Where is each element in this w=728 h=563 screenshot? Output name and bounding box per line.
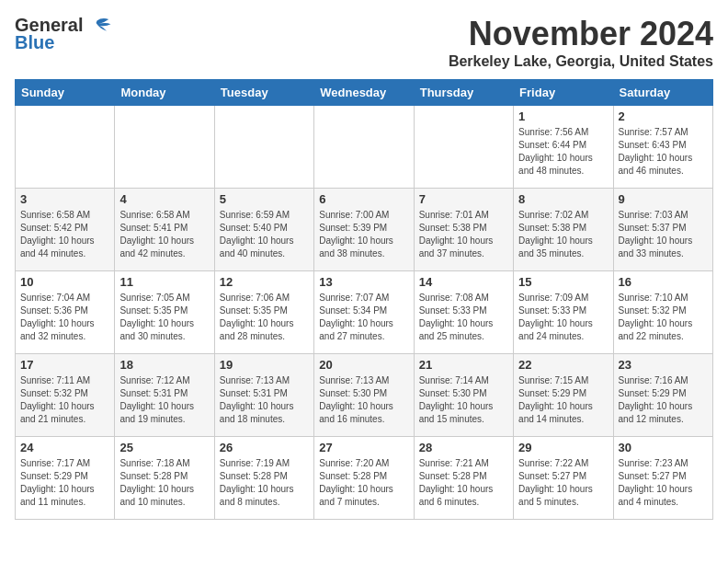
day-detail: Sunrise: 7:18 AM Sunset: 5:28 PM Dayligh… (119, 457, 209, 509)
title-area: November 2024 Berkeley Lake, Georgia, Un… (449, 15, 713, 70)
day-number: 23 (619, 358, 708, 372)
day-cell: 29Sunrise: 7:22 AM Sunset: 5:27 PM Dayli… (514, 437, 613, 520)
day-detail: Sunrise: 7:06 AM Sunset: 5:35 PM Dayligh… (220, 292, 309, 343)
day-number: 29 (518, 441, 608, 454)
day-detail: Sunrise: 6:58 AM Sunset: 5:42 PM Dayligh… (20, 209, 109, 260)
day-number: 25 (119, 441, 209, 454)
day-cell (214, 106, 313, 189)
day-number: 13 (319, 275, 408, 289)
day-detail: Sunrise: 7:13 AM Sunset: 5:31 PM Dayligh… (220, 374, 309, 426)
month-title: November 2024 (449, 15, 713, 53)
day-detail: Sunrise: 7:02 AM Sunset: 5:38 PM Dayligh… (518, 209, 608, 260)
day-cell: 19Sunrise: 7:13 AM Sunset: 5:31 PM Dayli… (214, 354, 313, 437)
week-row-1: 1Sunrise: 7:56 AM Sunset: 6:44 PM Daylig… (16, 106, 713, 189)
day-detail: Sunrise: 6:59 AM Sunset: 5:40 PM Dayligh… (220, 209, 309, 260)
day-cell: 15Sunrise: 7:09 AM Sunset: 5:33 PM Dayli… (514, 271, 613, 354)
day-detail: Sunrise: 6:58 AM Sunset: 5:41 PM Dayligh… (119, 209, 209, 260)
day-detail: Sunrise: 7:17 AM Sunset: 5:29 PM Dayligh… (20, 457, 109, 509)
day-detail: Sunrise: 7:10 AM Sunset: 5:32 PM Dayligh… (619, 292, 708, 343)
col-header-wednesday: Wednesday (314, 80, 414, 106)
day-number: 14 (419, 275, 508, 289)
day-number: 10 (20, 275, 109, 289)
day-cell: 7Sunrise: 7:01 AM Sunset: 5:38 PM Daylig… (414, 189, 513, 271)
day-cell: 21Sunrise: 7:14 AM Sunset: 5:30 PM Dayli… (414, 354, 513, 437)
header-row: SundayMondayTuesdayWednesdayThursdayFrid… (16, 80, 713, 106)
day-detail: Sunrise: 7:19 AM Sunset: 5:28 PM Dayligh… (220, 457, 309, 509)
day-number: 15 (518, 275, 608, 289)
day-cell: 30Sunrise: 7:23 AM Sunset: 5:27 PM Dayli… (613, 437, 712, 520)
day-cell: 10Sunrise: 7:04 AM Sunset: 5:36 PM Dayli… (16, 271, 115, 354)
week-row-5: 24Sunrise: 7:17 AM Sunset: 5:29 PM Dayli… (16, 437, 713, 520)
day-cell: 27Sunrise: 7:20 AM Sunset: 5:28 PM Dayli… (314, 437, 414, 520)
day-detail: Sunrise: 7:21 AM Sunset: 5:28 PM Dayligh… (419, 457, 508, 509)
day-number: 17 (20, 358, 109, 372)
day-cell: 4Sunrise: 6:58 AM Sunset: 5:41 PM Daylig… (115, 189, 214, 271)
day-cell: 12Sunrise: 7:06 AM Sunset: 5:35 PM Dayli… (214, 271, 313, 354)
day-number: 28 (419, 441, 508, 454)
day-number: 24 (20, 441, 109, 454)
day-cell: 8Sunrise: 7:02 AM Sunset: 5:38 PM Daylig… (514, 189, 613, 271)
day-number: 3 (20, 192, 109, 206)
day-number: 6 (319, 192, 408, 206)
day-detail: Sunrise: 7:13 AM Sunset: 5:30 PM Dayligh… (319, 374, 408, 426)
day-number: 27 (319, 441, 408, 454)
day-detail: Sunrise: 7:16 AM Sunset: 5:29 PM Dayligh… (619, 374, 708, 426)
day-detail: Sunrise: 7:57 AM Sunset: 6:43 PM Dayligh… (619, 126, 708, 178)
logo: General Blue (15, 15, 112, 53)
day-cell: 5Sunrise: 6:59 AM Sunset: 5:40 PM Daylig… (214, 189, 313, 271)
day-cell: 14Sunrise: 7:08 AM Sunset: 5:33 PM Dayli… (414, 271, 513, 354)
location-title: Berkeley Lake, Georgia, United States (449, 53, 713, 70)
day-detail: Sunrise: 7:04 AM Sunset: 5:36 PM Dayligh… (20, 292, 109, 343)
day-cell: 18Sunrise: 7:12 AM Sunset: 5:31 PM Dayli… (115, 354, 214, 437)
day-detail: Sunrise: 7:20 AM Sunset: 5:28 PM Dayligh… (319, 457, 408, 509)
day-number: 21 (419, 358, 508, 372)
day-cell (314, 106, 414, 189)
week-row-4: 17Sunrise: 7:11 AM Sunset: 5:32 PM Dayli… (16, 354, 713, 437)
day-cell (16, 106, 115, 189)
day-detail: Sunrise: 7:22 AM Sunset: 5:27 PM Dayligh… (518, 457, 608, 509)
day-cell: 24Sunrise: 7:17 AM Sunset: 5:29 PM Dayli… (16, 437, 115, 520)
week-row-2: 3Sunrise: 6:58 AM Sunset: 5:42 PM Daylig… (16, 189, 713, 271)
day-cell: 17Sunrise: 7:11 AM Sunset: 5:32 PM Dayli… (16, 354, 115, 437)
day-number: 8 (518, 192, 608, 206)
day-number: 11 (119, 275, 209, 289)
day-detail: Sunrise: 7:07 AM Sunset: 5:34 PM Dayligh… (319, 292, 408, 343)
day-number: 30 (619, 441, 708, 454)
day-detail: Sunrise: 7:09 AM Sunset: 5:33 PM Dayligh… (518, 292, 608, 343)
day-cell (115, 106, 214, 189)
day-number: 20 (319, 358, 408, 372)
week-row-3: 10Sunrise: 7:04 AM Sunset: 5:36 PM Dayli… (16, 271, 713, 354)
day-cell: 16Sunrise: 7:10 AM Sunset: 5:32 PM Dayli… (613, 271, 712, 354)
day-number: 2 (619, 109, 708, 123)
day-number: 4 (119, 192, 209, 206)
day-cell: 3Sunrise: 6:58 AM Sunset: 5:42 PM Daylig… (16, 189, 115, 271)
col-header-monday: Monday (115, 80, 214, 106)
col-header-friday: Friday (514, 80, 613, 106)
day-cell: 6Sunrise: 7:00 AM Sunset: 5:39 PM Daylig… (314, 189, 414, 271)
day-number: 26 (220, 441, 309, 454)
day-detail: Sunrise: 7:14 AM Sunset: 5:30 PM Dayligh… (419, 374, 508, 426)
day-cell: 25Sunrise: 7:18 AM Sunset: 5:28 PM Dayli… (115, 437, 214, 520)
day-detail: Sunrise: 7:03 AM Sunset: 5:37 PM Dayligh… (619, 209, 708, 260)
day-detail: Sunrise: 7:56 AM Sunset: 6:44 PM Dayligh… (518, 126, 608, 178)
col-header-thursday: Thursday (414, 80, 513, 106)
day-number: 9 (619, 192, 708, 206)
day-cell (414, 106, 513, 189)
col-header-saturday: Saturday (613, 80, 712, 106)
day-detail: Sunrise: 7:12 AM Sunset: 5:31 PM Dayligh… (119, 374, 209, 426)
day-number: 7 (419, 192, 508, 206)
day-number: 22 (518, 358, 608, 372)
day-cell: 20Sunrise: 7:13 AM Sunset: 5:30 PM Dayli… (314, 354, 414, 437)
day-cell: 28Sunrise: 7:21 AM Sunset: 5:28 PM Dayli… (414, 437, 513, 520)
day-cell: 26Sunrise: 7:19 AM Sunset: 5:28 PM Dayli… (214, 437, 313, 520)
header: General Blue November 2024 Berkeley Lake… (15, 15, 713, 70)
day-number: 16 (619, 275, 708, 289)
day-number: 18 (119, 358, 209, 372)
day-number: 12 (220, 275, 309, 289)
col-header-tuesday: Tuesday (214, 80, 313, 106)
day-detail: Sunrise: 7:01 AM Sunset: 5:38 PM Dayligh… (419, 209, 508, 260)
day-cell: 23Sunrise: 7:16 AM Sunset: 5:29 PM Dayli… (613, 354, 712, 437)
day-cell: 9Sunrise: 7:03 AM Sunset: 5:37 PM Daylig… (613, 189, 712, 271)
day-cell: 22Sunrise: 7:15 AM Sunset: 5:29 PM Dayli… (514, 354, 613, 437)
day-detail: Sunrise: 7:00 AM Sunset: 5:39 PM Dayligh… (319, 209, 408, 260)
